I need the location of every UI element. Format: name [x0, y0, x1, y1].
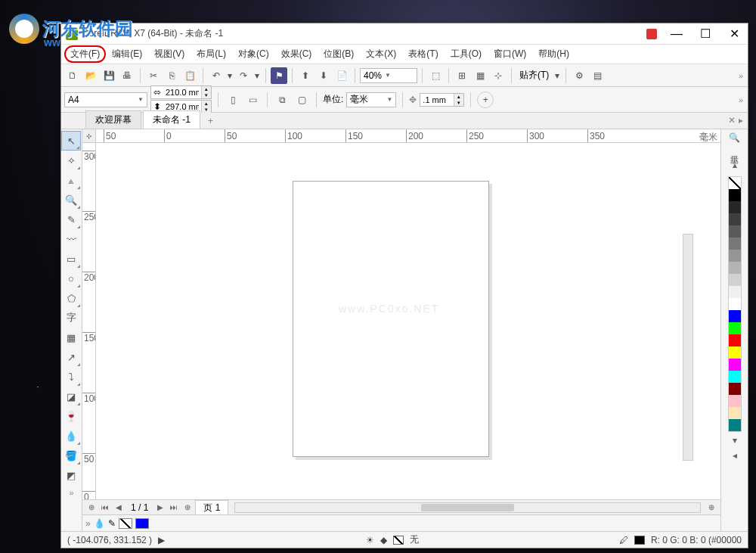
menu-bitmap[interactable]: 位图(B)	[318, 45, 360, 63]
menu-tools[interactable]: 工具(O)	[445, 45, 488, 63]
add-page-button[interactable]: ⊕	[85, 502, 98, 514]
duplicate-distance-button[interactable]: +	[477, 92, 494, 108]
next-page-button[interactable]: ▶	[154, 502, 166, 514]
rectangle-tool[interactable]: ▭	[61, 249, 81, 269]
open-button[interactable]: 📂	[82, 67, 99, 84]
tab-menu-icon[interactable]: ▸	[739, 115, 743, 126]
polygon-tool[interactable]: ⬠	[61, 288, 81, 308]
undo-dropdown[interactable]: ▾	[226, 67, 234, 84]
outline-pen-icon[interactable]: 🖊	[619, 535, 628, 545]
zoom-combo[interactable]: 40%▼	[360, 68, 417, 83]
color-swatch[interactable]	[729, 322, 741, 334]
export-button[interactable]: ⬇	[315, 67, 332, 84]
color-swatch[interactable]	[729, 407, 741, 419]
launch-button[interactable]: ▤	[589, 67, 606, 84]
undo-button[interactable]: ↶	[208, 67, 225, 84]
landscape-button[interactable]: ▭	[244, 92, 261, 108]
fullscreen-button[interactable]: ⬚	[427, 67, 444, 84]
snap-dropdown[interactable]: ▾	[553, 67, 561, 84]
transparency-tool[interactable]: 🍷	[61, 406, 81, 426]
connector-tool[interactable]: ⤵	[61, 367, 81, 387]
color-swatch[interactable]	[729, 262, 741, 274]
first-page-button[interactable]: ⏮	[99, 502, 111, 514]
color-swatch[interactable]	[729, 359, 741, 371]
color-swatch[interactable]	[729, 250, 741, 262]
snap-label[interactable]: 贴齐(T)	[516, 69, 552, 82]
color-swatch[interactable]	[729, 286, 741, 298]
menu-table[interactable]: 表格(T)	[402, 45, 444, 63]
prev-page-button[interactable]: ◀	[113, 502, 125, 514]
ellipse-tool[interactable]: ○	[61, 269, 81, 288]
overflow-left[interactable]: »	[85, 518, 91, 529]
play-icon[interactable]: ▶	[158, 535, 165, 545]
publish-pdf-button[interactable]: 📄	[333, 67, 350, 84]
color-swatch[interactable]	[729, 177, 741, 189]
maximize-button[interactable]: ☐	[696, 27, 714, 41]
menu-help[interactable]: 帮助(H)	[532, 45, 575, 63]
page-width-input[interactable]: ⬄▴▾	[150, 85, 212, 99]
horizontal-scrollbar[interactable]	[234, 502, 701, 513]
dimension-tool[interactable]: ↗	[61, 347, 81, 367]
palette-down-icon[interactable]: ▾	[728, 433, 742, 447]
color-swatch[interactable]	[729, 383, 741, 395]
redo-button[interactable]: ↷	[235, 67, 252, 84]
current-page-button[interactable]: ▢	[293, 92, 310, 108]
copy-button[interactable]: ⎘	[163, 67, 180, 84]
minimize-button[interactable]: —	[668, 27, 686, 41]
cut-button[interactable]: ✂	[145, 67, 162, 84]
scroll-end-button[interactable]: ⊕	[705, 502, 717, 514]
redo-dropdown[interactable]: ▾	[253, 67, 261, 84]
zoom-tool[interactable]: 🔍	[61, 190, 81, 210]
last-page-button[interactable]: ⏭	[168, 502, 180, 514]
drawing-canvas[interactable]: www.PC0xo.NET	[96, 143, 720, 499]
tab-add[interactable]: +	[202, 113, 219, 129]
save-button[interactable]: 💾	[101, 67, 117, 84]
outline-color-swatch[interactable]	[634, 536, 645, 545]
portrait-button[interactable]: ▯	[225, 92, 241, 108]
options-button[interactable]: ⚙	[571, 67, 587, 84]
property-overflow[interactable]: »	[739, 95, 743, 104]
color-swatch[interactable]	[729, 189, 741, 201]
new-button[interactable]: 🗋	[64, 67, 81, 84]
color-swatch[interactable]	[729, 213, 741, 225]
color-proof-icon[interactable]: ☀	[366, 535, 374, 545]
show-guidelines-button[interactable]: ⊹	[490, 67, 507, 84]
smart-fill-tool[interactable]: ◩	[61, 465, 81, 485]
import-button[interactable]: ⬆	[297, 67, 314, 84]
color-swatch[interactable]	[729, 298, 741, 310]
fill-none-icon[interactable]	[393, 536, 404, 545]
docker-expand-icon[interactable]: 🔍	[728, 131, 742, 144]
table-tool[interactable]: ▦	[61, 328, 81, 347]
menu-text[interactable]: 文本(X)	[360, 45, 402, 63]
vertical-scrollbar[interactable]	[683, 234, 693, 461]
color-swatch[interactable]	[729, 334, 741, 346]
artistic-media-tool[interactable]: 〰	[61, 229, 81, 249]
page-size-combo[interactable]: A4▼	[64, 92, 147, 107]
color-swatch[interactable]	[729, 310, 741, 322]
units-combo[interactable]: 毫米▼	[346, 92, 396, 107]
text-tool[interactable]: 字	[61, 308, 81, 328]
menu-effects[interactable]: 效果(C)	[275, 45, 318, 63]
all-pages-button[interactable]: ⧉	[274, 92, 290, 108]
nudge-input[interactable]: ▴▾	[420, 93, 464, 107]
tab-close-icon[interactable]: ✕	[728, 115, 736, 126]
color-swatch[interactable]	[729, 201, 741, 213]
paste-button[interactable]: 📋	[181, 67, 198, 84]
freehand-tool[interactable]: ✎	[61, 210, 81, 229]
palette-up-icon[interactable]: ▴	[728, 158, 742, 172]
color-swatch[interactable]	[729, 225, 741, 238]
crop-tool[interactable]: ⟁	[61, 170, 81, 190]
eyedropper-icon[interactable]: 💧	[94, 518, 105, 529]
color-swatch[interactable]	[729, 395, 741, 407]
menu-window[interactable]: 窗口(W)	[488, 45, 532, 63]
pen-icon[interactable]: ✎	[108, 518, 116, 529]
fill-swatch[interactable]	[135, 518, 149, 529]
menu-layout[interactable]: 布局(L)	[191, 45, 232, 63]
color-swatch[interactable]	[729, 274, 741, 286]
horizontal-ruler[interactable]: 50 0 50 100 150 200 250 300 350 毫米	[96, 129, 720, 143]
menu-view[interactable]: 视图(V)	[148, 45, 191, 63]
pick-tool[interactable]: ↖	[61, 131, 81, 151]
color-swatch[interactable]	[729, 371, 741, 383]
interactive-fill-tool[interactable]: 🪣	[61, 446, 81, 465]
ruler-origin[interactable]: ⊹	[82, 129, 96, 143]
